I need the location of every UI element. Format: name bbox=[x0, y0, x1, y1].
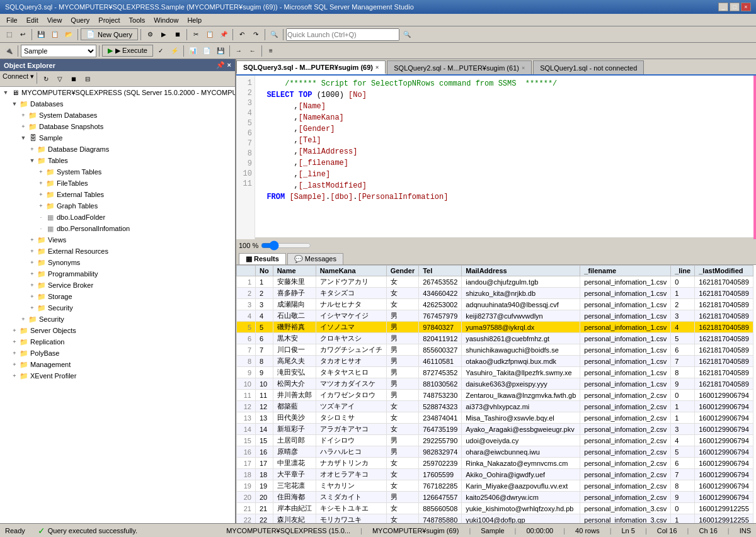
tab-sqlquery2[interactable]: SQLQuery2.sql - M...PUTER¥sugim (61) × bbox=[387, 60, 532, 74]
indent-btn[interactable]: → bbox=[232, 45, 245, 57]
table-row[interactable]: 1919三宅花凛ミヤカリン女767182285Karin_Miyake@aazp… bbox=[237, 480, 753, 492]
toolbar-connect-btn[interactable]: 🔌 bbox=[3, 45, 15, 57]
table-row[interactable]: 1616原晴彦ハラハルヒコ男982832974ohara@eiwcbunneq.… bbox=[237, 446, 753, 458]
tree-expander-icon[interactable]: ▼ bbox=[19, 133, 28, 142]
toolbar-btn-12[interactable]: 🔍 bbox=[268, 28, 280, 41]
tree-expander-icon[interactable]: + bbox=[37, 201, 45, 210]
tree-expander-icon[interactable]: · bbox=[37, 224, 45, 233]
tree-expander-icon[interactable]: + bbox=[37, 179, 45, 188]
table-row[interactable]: 1818大平章子オオヒラアキコ女17605599Akiko_Oohira@igw… bbox=[237, 469, 753, 480]
tree-item[interactable]: +📁Synonyms bbox=[0, 257, 235, 268]
toolbar-btn-10[interactable]: 📋 bbox=[203, 28, 216, 41]
results-tab-results[interactable]: ▦ Results bbox=[239, 253, 286, 264]
restore-button[interactable]: □ bbox=[730, 3, 740, 11]
tree-expander-icon[interactable]: + bbox=[10, 337, 19, 346]
tree-expander-icon[interactable]: + bbox=[19, 315, 28, 324]
column-header[interactable]: Name bbox=[273, 266, 316, 276]
menu-edit[interactable]: Edit bbox=[23, 15, 42, 25]
tree-item[interactable]: +📁External Resources bbox=[0, 246, 235, 257]
oe-collapse-btn[interactable]: ⊟ bbox=[81, 72, 94, 85]
tree-expander-icon[interactable]: + bbox=[28, 292, 37, 301]
table-row[interactable]: 99滝田安弘タキタヤスヒロ男872745352Yasuhiro_Takita@l… bbox=[237, 367, 753, 378]
toolbar-extra-1[interactable]: ≡ bbox=[265, 45, 277, 57]
toolbar-btn-undo[interactable]: ↶ bbox=[236, 28, 248, 41]
result-mode-btn[interactable]: 📊 bbox=[186, 45, 199, 57]
database-selector[interactable]: Sample bbox=[21, 45, 96, 57]
toolbar-btn-7[interactable]: ▶ bbox=[158, 28, 170, 41]
minimize-button[interactable]: _ bbox=[718, 3, 728, 11]
column-header[interactable]: Gender bbox=[386, 266, 419, 276]
column-header[interactable]: _line bbox=[671, 266, 695, 276]
execute-button[interactable]: ▶ ▶ Execute bbox=[102, 45, 153, 57]
table-row[interactable]: 1010松岡大介マツオカダイスケ男881030562daisuke6363@px… bbox=[237, 378, 753, 390]
tree-expander-icon[interactable]: + bbox=[37, 167, 45, 176]
tree-item[interactable]: +📁Service Broker bbox=[0, 280, 235, 291]
tab-sqlquery1[interactable]: SQLQuery1.sql - not connected bbox=[533, 60, 644, 74]
table-row[interactable]: 2222森川友紀モリカワユキ女748785880yuki1004@doflp.q… bbox=[237, 514, 753, 524]
table-row[interactable]: 66黒木安クロキヤスシ男820411912yasushi8261@cuebfmh… bbox=[237, 333, 753, 344]
toolbar-btn-2[interactable]: ↩ bbox=[16, 28, 29, 41]
menu-view[interactable]: View bbox=[43, 15, 66, 25]
toolbar-btn-redo[interactable]: ↷ bbox=[249, 28, 262, 41]
tree-item[interactable]: +📁External Tables bbox=[0, 189, 235, 200]
oe-refresh-btn[interactable]: ↻ bbox=[40, 72, 52, 85]
tree-expander-icon[interactable]: ▼ bbox=[28, 156, 37, 165]
table-row[interactable]: 1414新垣彩子アラガキアヤコ女764735199Ayako_Aragaki@e… bbox=[237, 424, 753, 435]
tree-item[interactable]: +📁PolyBase bbox=[0, 348, 235, 359]
column-header[interactable]: No bbox=[256, 266, 273, 276]
tree-item[interactable]: +📁FileTables bbox=[0, 178, 235, 189]
table-row[interactable]: 1313田代美沙タシロミサ女234874041Misa_Tashiro@xswv… bbox=[237, 412, 753, 424]
oe-stop-btn[interactable]: ⏹ bbox=[67, 72, 80, 85]
toolbar-btn-9[interactable]: ✂ bbox=[190, 28, 202, 41]
table-row[interactable]: 1111井川善太郎イカワゼンタロウ男748753230Zentarou_Ikaw… bbox=[237, 390, 753, 401]
results-grid[interactable]: NoNameNameKanaGenderTelMailAddress_filen… bbox=[236, 265, 756, 523]
quick-launch-input[interactable] bbox=[286, 28, 399, 41]
tree-item[interactable]: ▼📁Databases bbox=[0, 98, 235, 110]
tree-expander-icon[interactable]: + bbox=[19, 122, 28, 131]
table-row[interactable]: 55磯野裕真イソノユマ男97840327yuma97588@iykrql.dxp… bbox=[237, 322, 753, 333]
table-row[interactable]: 22喜多静子キタシズコ女434660422shizuko_kita@nrjkb.… bbox=[237, 288, 753, 299]
tree-item[interactable]: +📁Graph Tables bbox=[0, 200, 235, 212]
table-row[interactable]: 1212都築藍ツズキアイ女528874323ai373@vhlxypcaz.mi… bbox=[237, 401, 753, 412]
tree-expander-icon[interactable]: · bbox=[37, 213, 45, 222]
tree-item[interactable]: ·▦dbo.PersonalInfomation bbox=[0, 223, 235, 234]
tree-item[interactable]: +📁Programmability bbox=[0, 268, 235, 280]
zoom-slider[interactable] bbox=[261, 240, 311, 251]
tree-item[interactable]: ·▦dbo.LoadFolder bbox=[0, 212, 235, 223]
table-row[interactable]: 88高尾久夫タカオヒサオ男46110581otakao@udkzfpnwqi.b… bbox=[237, 356, 753, 367]
toolbar-btn-3[interactable]: 💾 bbox=[35, 28, 47, 41]
tree-item[interactable]: +📁XEvent Profiler bbox=[0, 370, 235, 382]
table-row[interactable]: 11安藤朱里アンドウアカリ女267453552iandou@chjufzgulm… bbox=[237, 276, 753, 288]
tree-item[interactable]: +📁Security bbox=[0, 314, 235, 325]
toolbar-btn-6[interactable]: ⚙ bbox=[144, 28, 156, 41]
tree-item[interactable]: +📁Security bbox=[0, 302, 235, 314]
table-row[interactable]: 2121岸本由紀江キシモトユキエ女885660508yukie_kishimot… bbox=[237, 503, 753, 514]
parse-btn[interactable]: ⚡ bbox=[168, 45, 181, 57]
tree-item[interactable]: ▼🖥MYCOMPUTER¥SQLEXPRESS (SQL Server 15.0… bbox=[0, 87, 235, 98]
column-header[interactable]: MailAddress bbox=[462, 266, 580, 276]
tree-item[interactable]: +📁Replication bbox=[0, 336, 235, 348]
column-header[interactable]: NameKana bbox=[316, 266, 386, 276]
column-header[interactable]: Tel bbox=[419, 266, 462, 276]
tab-sqlquery3-close[interactable]: × bbox=[375, 64, 379, 71]
tree-expander-icon[interactable]: ▼ bbox=[10, 99, 19, 108]
result-text-btn[interactable]: 📄 bbox=[200, 45, 213, 57]
tree-item[interactable]: +📁Management bbox=[0, 359, 235, 370]
tree-item[interactable]: +📁Server Objects bbox=[0, 325, 235, 336]
tree-item[interactable]: +📁System Tables bbox=[0, 166, 235, 178]
tree-item[interactable]: +📁System Databases bbox=[0, 110, 235, 121]
oe-close-icon[interactable]: × bbox=[227, 61, 231, 69]
tree-item[interactable]: ▼🗄Sample bbox=[0, 132, 235, 144]
column-header[interactable]: _lastModified bbox=[695, 266, 753, 276]
tree-item[interactable]: ▼📁Tables bbox=[0, 155, 235, 166]
outdent-btn[interactable]: ← bbox=[246, 45, 259, 57]
tree-expander-icon[interactable]: ▼ bbox=[1, 88, 10, 97]
menu-query[interactable]: Query bbox=[67, 15, 93, 25]
column-header[interactable] bbox=[237, 266, 256, 276]
new-query-button[interactable]: 📄 New Query bbox=[81, 28, 138, 40]
result-file-btn[interactable]: 💾 bbox=[214, 45, 227, 57]
oe-pin-icon[interactable]: 📌 bbox=[216, 61, 225, 69]
toolbar-btn-11[interactable]: 📌 bbox=[217, 28, 230, 41]
table-row[interactable]: 77川口俊一カワグチシュンイチ男855600327shunichikawaguc… bbox=[237, 344, 753, 356]
menu-project[interactable]: Project bbox=[94, 15, 123, 25]
